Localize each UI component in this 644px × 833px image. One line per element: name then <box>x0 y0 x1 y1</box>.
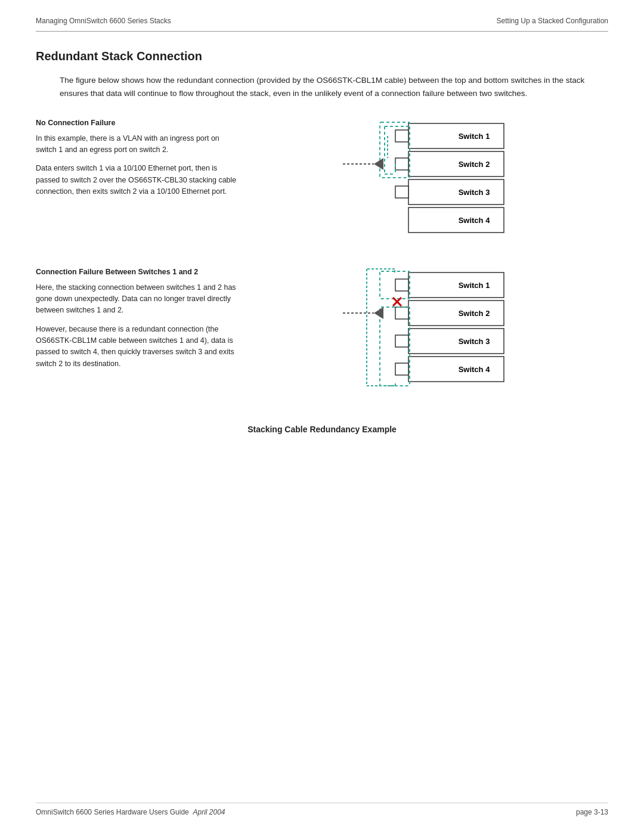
diagram-caption: Stacking Cable Redundancy Example <box>36 425 608 434</box>
diagram-section-1: No Connection Failure In this example, t… <box>36 117 608 243</box>
subtitle-1: No Connection Failure <box>36 117 239 129</box>
switch-label-2-3: Switch 3 <box>459 337 490 346</box>
switch-label-2-2: Switch 2 <box>459 309 490 318</box>
para2-1: Here, the stacking connection between sw… <box>36 282 239 317</box>
svg-rect-1 <box>395 130 408 142</box>
section-title: Redundant Stack Connection <box>36 49 608 63</box>
footer-right: page 3-13 <box>576 808 608 816</box>
para2-2: However, because there is a redundant co… <box>36 324 239 370</box>
diagram-col-2: Switch 1 Switch 2 Switch 3 Switch 4 <box>256 267 608 401</box>
switch-label-1-2: Switch 2 <box>459 160 490 169</box>
subtitle-2: Connection Failure Between Switches 1 an… <box>36 267 239 278</box>
page-footer: OmniSwitch 6600 Series Hardware Users Gu… <box>36 803 608 816</box>
arrow-2 <box>374 307 383 319</box>
footer-left: OmniSwitch 6600 Series Hardware Users Gu… <box>36 808 225 816</box>
switch-label-1-4: Switch 4 <box>459 216 491 225</box>
svg-rect-18 <box>395 307 408 319</box>
main-content: Redundant Stack Connection The figure be… <box>0 32 644 458</box>
text-col-2: Connection Failure Between Switches 1 an… <box>36 267 239 377</box>
intro-text: The figure below shows how the redundant… <box>60 74 608 100</box>
text-col-1: No Connection Failure In this example, t… <box>36 117 239 205</box>
para1-2: Data enters switch 1 via a 10/100 Ethern… <box>36 163 239 197</box>
switch-label-2-4: Switch 4 <box>459 365 491 374</box>
page-header: Managing OmniSwitch 6600 Series Stacks S… <box>0 0 644 31</box>
svg-rect-22 <box>395 363 408 375</box>
stack-diagram-1: Switch 1 Switch 2 Switch 3 Switch 4 <box>343 117 522 243</box>
svg-rect-5 <box>395 186 408 198</box>
switch-label-1-1: Switch 1 <box>459 132 490 141</box>
diagram-section-2: Connection Failure Between Switches 1 an… <box>36 267 608 401</box>
diagram-col-1: Switch 1 Switch 2 Switch 3 Switch 4 <box>256 117 608 243</box>
arrow-1 <box>374 158 383 170</box>
header-right: Setting Up a Stacked Configuration <box>497 17 608 25</box>
svg-rect-16 <box>395 279 408 291</box>
svg-rect-3 <box>395 158 408 170</box>
switch-label-2-1: Switch 1 <box>459 281 490 290</box>
stack-diagram-2: Switch 1 Switch 2 Switch 3 Switch 4 <box>343 267 522 401</box>
svg-rect-20 <box>395 335 408 347</box>
para1-1: In this example, there is a VLAN with an… <box>36 133 239 156</box>
header-left: Managing OmniSwitch 6600 Series Stacks <box>36 17 171 25</box>
switch-label-1-3: Switch 3 <box>459 188 490 197</box>
